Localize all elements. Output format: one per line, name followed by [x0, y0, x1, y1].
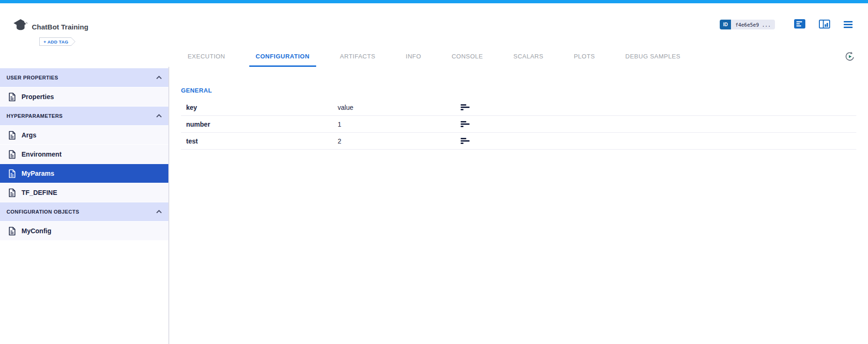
- param-row-key: keyvalue: [181, 99, 856, 116]
- experiment-id-badge[interactable]: ID f4e6e5e9 ...: [720, 20, 775, 29]
- sidebar-section-label: CONFIGURATION OBJECTS: [7, 209, 79, 215]
- tab-artifacts[interactable]: ARTIFACTS: [333, 47, 382, 67]
- sidebar-item-label: MyConfig: [22, 227, 51, 235]
- param-key: number: [186, 121, 338, 128]
- details-panel-button[interactable]: [794, 19, 805, 30]
- tab-bar: EXECUTIONCONFIGURATIONARTIFACTSINFOCONSO…: [0, 47, 868, 67]
- parameter-table: keyvaluenumber1test2: [181, 99, 856, 150]
- status-top-strip: [0, 0, 868, 3]
- chevron-up-icon: [156, 113, 162, 119]
- sidebar-item-label: Environment: [22, 150, 62, 158]
- experiment-type-icon: [13, 19, 28, 32]
- param-row-number: number1: [181, 116, 856, 133]
- details-panel-icon: [794, 19, 805, 30]
- sidebar-section-user-properties[interactable]: USER PROPERTIES: [0, 68, 168, 87]
- configuration-main: GENERAL keyvaluenumber1test2: [169, 67, 868, 344]
- add-tag-label: + ADD TAG: [40, 38, 75, 45]
- param-value: 1: [338, 121, 461, 128]
- align-left-icon[interactable]: [461, 138, 470, 144]
- sidebar-item-myparams[interactable]: MyParams: [0, 164, 168, 183]
- tab-execution[interactable]: EXECUTION: [181, 47, 231, 67]
- configuration-sidebar: USER PROPERTIESPropertiesHYPERPARAMETERS…: [0, 67, 169, 344]
- tab-configuration[interactable]: CONFIGURATION: [249, 47, 316, 67]
- sidebar-section-hyperparameters[interactable]: HYPERPARAMETERS: [0, 107, 168, 126]
- add-tag-button[interactable]: + ADD TAG: [39, 37, 75, 46]
- align-left-icon[interactable]: [461, 121, 470, 127]
- param-value: value: [338, 104, 461, 111]
- document-icon: [8, 227, 15, 236]
- tab-console[interactable]: CONSOLE: [445, 47, 490, 67]
- tab-list: EXECUTIONCONFIGURATIONARTIFACTSINFOCONSO…: [181, 47, 687, 67]
- menu-icon: [844, 21, 853, 28]
- param-value: 2: [338, 137, 461, 145]
- sidebar-item-args[interactable]: Args: [0, 126, 168, 145]
- id-value: f4e6e5e9 ...: [731, 20, 775, 29]
- sidebar-item-label: TF_DEFINE: [22, 189, 57, 196]
- document-icon: [8, 150, 15, 159]
- id-label: ID: [720, 20, 731, 29]
- header-actions: ID f4e6e5e9 ...: [720, 19, 853, 30]
- tab-scalars[interactable]: SCALARS: [507, 47, 550, 67]
- menu-button[interactable]: [844, 21, 853, 28]
- param-key: test: [186, 137, 338, 145]
- document-icon: [8, 93, 15, 101]
- experiment-detail-page: COMPLETED ChatBot Training + ADD TAG ID …: [0, 0, 868, 344]
- param-row-test: test2: [181, 133, 856, 150]
- sidebar-section-configuration-objects[interactable]: CONFIGURATION OBJECTS: [0, 202, 168, 222]
- auto-refresh-button[interactable]: [844, 50, 856, 64]
- sidebar-item-label: MyParams: [22, 170, 54, 177]
- sidebar-item-properties[interactable]: Properties: [0, 87, 168, 107]
- sidebar-item-environment[interactable]: Environment: [0, 145, 168, 164]
- document-icon: [8, 131, 15, 140]
- document-icon: [8, 188, 15, 197]
- document-icon: [8, 169, 15, 178]
- sidebar-item-myconfig[interactable]: MyConfig: [0, 222, 168, 241]
- experiment-header: ChatBot Training + ADD TAG ID f4e6e5e9 .…: [0, 3, 868, 47]
- chevron-up-icon: [156, 75, 162, 80]
- auto-refresh-icon: [844, 57, 856, 64]
- experiment-title: ChatBot Training: [32, 23, 88, 31]
- tab-debug-samples[interactable]: DEBUG SAMPLES: [619, 47, 687, 67]
- section-title: GENERAL: [181, 87, 856, 94]
- chevron-up-icon: [156, 209, 162, 215]
- sidebar-section-label: HYPERPARAMETERS: [7, 113, 63, 119]
- sidebar-item-tf-define[interactable]: TF_DEFINE: [0, 183, 168, 202]
- param-key: key: [186, 104, 338, 111]
- sidebar-item-label: Properties: [22, 93, 54, 100]
- tab-plots[interactable]: PLOTS: [567, 47, 601, 67]
- side-panel-chart-icon: [819, 20, 830, 30]
- tab-info[interactable]: INFO: [399, 47, 428, 67]
- content-area: USER PROPERTIESPropertiesHYPERPARAMETERS…: [0, 67, 868, 344]
- sidebar-section-label: USER PROPERTIES: [7, 75, 58, 80]
- align-left-icon[interactable]: [461, 104, 470, 110]
- sidebar-item-label: Args: [22, 131, 36, 139]
- preview-panel-button[interactable]: [819, 20, 830, 30]
